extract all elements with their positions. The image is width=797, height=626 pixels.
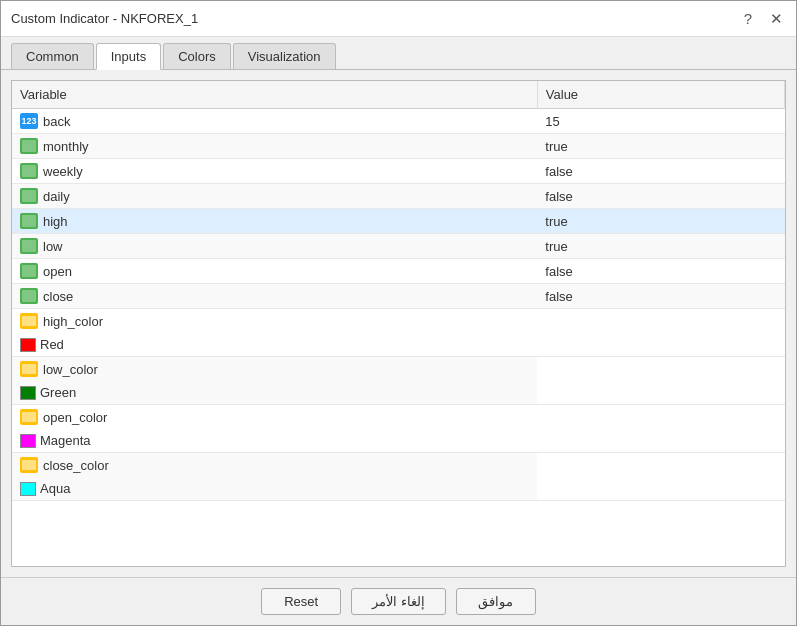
value-cell: true: [537, 209, 784, 234]
var-cell: low_color: [12, 357, 537, 381]
dialog-window: Custom Indicator - NKFOREX_1 ? ✕ Common …: [0, 0, 797, 626]
variable-name: close_color: [43, 458, 109, 473]
icon-bool: [20, 263, 38, 279]
icon-color-var: [20, 409, 38, 425]
table-row[interactable]: lowtrue: [12, 234, 785, 259]
close-button[interactable]: ✕: [766, 9, 786, 29]
reset-button[interactable]: Reset: [261, 588, 341, 615]
value-text: Green: [40, 385, 76, 400]
table-row[interactable]: dailyfalse: [12, 184, 785, 209]
var-cell: high_color: [12, 309, 537, 333]
var-cell: open_color: [12, 405, 537, 429]
var-cell: low: [12, 234, 537, 258]
col-header-variable: Variable: [12, 81, 537, 109]
title-bar: Custom Indicator - NKFOREX_1 ? ✕: [1, 1, 796, 37]
variable-name: close: [43, 289, 73, 304]
var-cell: close_color: [12, 453, 537, 477]
variable-name: open: [43, 264, 72, 279]
cancel-button[interactable]: إلغاء الأمر: [351, 588, 446, 615]
tab-inputs[interactable]: Inputs: [96, 43, 161, 70]
table-row[interactable]: low_colorGreen: [12, 357, 785, 405]
value-cell: true: [537, 134, 784, 159]
icon-color-var: [20, 313, 38, 329]
icon-bool: [20, 288, 38, 304]
table-row[interactable]: monthlytrue: [12, 134, 785, 159]
color-swatch: [20, 482, 36, 496]
value-cell: false: [537, 159, 784, 184]
variable-name: back: [43, 114, 70, 129]
value-text: Red: [40, 337, 64, 352]
col-header-value: Value: [537, 81, 784, 109]
icon-color-var: [20, 457, 38, 473]
icon-color-var: [20, 361, 38, 377]
variable-name: daily: [43, 189, 70, 204]
icon-bool: [20, 213, 38, 229]
variable-name: low: [43, 239, 63, 254]
variable-name: low_color: [43, 362, 98, 377]
value-cell: 15: [537, 109, 784, 134]
title-bar-buttons: ? ✕: [738, 9, 786, 29]
color-swatch: [20, 338, 36, 352]
tab-bar: Common Inputs Colors Visualization: [1, 37, 796, 70]
dialog-title: Custom Indicator - NKFOREX_1: [11, 11, 198, 26]
color-swatch: [20, 434, 36, 448]
var-cell: open: [12, 259, 537, 283]
value-text: Aqua: [40, 481, 70, 496]
value-cell: Magenta: [12, 429, 537, 452]
value-cell: Red: [12, 333, 537, 356]
var-cell: monthly: [12, 134, 537, 158]
table-row[interactable]: 123back15: [12, 109, 785, 134]
tab-visualization[interactable]: Visualization: [233, 43, 336, 69]
content-area: Variable Value 123back15monthlytrueweekl…: [1, 70, 796, 577]
value-text: Magenta: [40, 433, 91, 448]
value-cell: false: [537, 259, 784, 284]
icon-bool: [20, 188, 38, 204]
value-cell: false: [537, 284, 784, 309]
table-row[interactable]: openfalse: [12, 259, 785, 284]
variable-name: high: [43, 214, 68, 229]
table-row[interactable]: closefalse: [12, 284, 785, 309]
value-cell: true: [537, 234, 784, 259]
tab-colors[interactable]: Colors: [163, 43, 231, 69]
icon-bool: [20, 238, 38, 254]
var-cell: 123back: [12, 109, 537, 133]
variable-name: weekly: [43, 164, 83, 179]
variable-name: monthly: [43, 139, 89, 154]
help-button[interactable]: ?: [738, 9, 758, 29]
icon-bool: [20, 138, 38, 154]
inputs-table: Variable Value 123back15monthlytrueweekl…: [12, 81, 785, 501]
table-row[interactable]: weeklyfalse: [12, 159, 785, 184]
table-row[interactable]: open_colorMagenta: [12, 405, 785, 453]
icon-bool: [20, 163, 38, 179]
table-row[interactable]: high_colorRed: [12, 309, 785, 357]
variable-name: high_color: [43, 314, 103, 329]
value-cell: false: [537, 184, 784, 209]
variable-name: open_color: [43, 410, 107, 425]
value-cell: Aqua: [12, 477, 537, 500]
table-row[interactable]: hightrue: [12, 209, 785, 234]
var-cell: daily: [12, 184, 537, 208]
footer: Reset إلغاء الأمر موافق: [1, 577, 796, 625]
inputs-table-container: Variable Value 123back15monthlytrueweekl…: [11, 80, 786, 567]
var-cell: weekly: [12, 159, 537, 183]
var-cell: high: [12, 209, 537, 233]
table-row[interactable]: close_colorAqua: [12, 453, 785, 501]
ok-button[interactable]: موافق: [456, 588, 536, 615]
color-swatch: [20, 386, 36, 400]
tab-common[interactable]: Common: [11, 43, 94, 69]
icon-integer: 123: [20, 113, 38, 129]
value-cell: Green: [12, 381, 537, 404]
var-cell: close: [12, 284, 537, 308]
